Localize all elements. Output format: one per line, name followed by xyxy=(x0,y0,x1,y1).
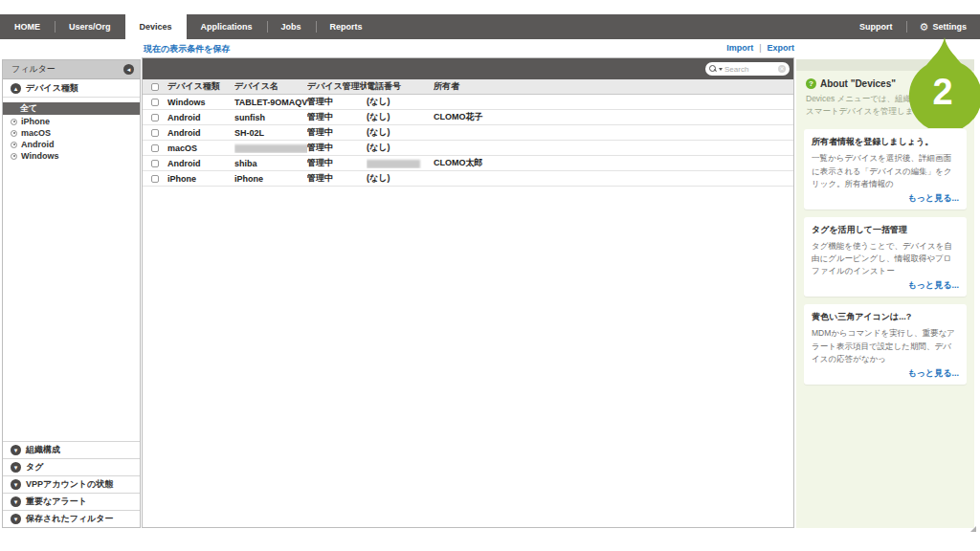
nav-tab[interactable]: HOME xyxy=(0,14,55,39)
cell-device-name: shiba xyxy=(234,159,307,168)
row-checkbox[interactable] xyxy=(151,129,159,137)
table-row[interactable]: macOS 管理中 (なし) xyxy=(143,141,793,156)
column-header-mgmt-status[interactable]: デバイス管理状態 xyxy=(307,80,367,93)
filter-section-label: 保存されたフィルター xyxy=(26,513,113,525)
collapse-sidebar-button[interactable]: ◂ xyxy=(123,64,134,75)
cell-device-name: TABLET-9OMAQVNM xyxy=(234,98,307,107)
read-more-link[interactable]: もっと見る... xyxy=(908,193,959,203)
cell-device-name: SH-02L xyxy=(234,128,307,138)
filter-section-header[interactable]: ▾ 保存されたフィルター xyxy=(3,510,140,527)
filter-section-header[interactable]: ▾ タグ xyxy=(3,458,140,475)
read-more-link[interactable]: もっと見る... xyxy=(908,280,959,290)
table-toolbar: ✕ xyxy=(143,58,793,79)
support-label: Support xyxy=(859,22,893,32)
settings-label: Settings xyxy=(932,22,967,32)
row-checkbox[interactable] xyxy=(151,144,159,152)
save-current-view-link[interactable]: 現在の表示条件を保存 xyxy=(144,43,230,55)
cell-owner: CLOMO花子 xyxy=(434,111,793,123)
chevron-down-icon: ▾ xyxy=(11,514,21,524)
table-row[interactable]: iPhone iPhone 管理中 (なし) xyxy=(143,171,793,187)
device-type-section-header[interactable]: ▴ デバイス種類 xyxy=(3,79,140,98)
help-card-title: タグを活用して一括管理 xyxy=(812,224,959,236)
help-cards: 所有者情報を登録しましょう。 一覧からデバイスを選択後、詳細画面に表示される「デ… xyxy=(796,129,974,385)
export-link[interactable]: Export xyxy=(767,43,794,53)
nav-tab[interactable]: Devices xyxy=(125,14,187,39)
device-type-item[interactable]: iPhone xyxy=(3,116,140,127)
support-link[interactable]: Support xyxy=(846,14,906,39)
cell-device-name: sunfish xyxy=(234,113,307,122)
device-type-item[interactable]: macOS xyxy=(3,127,140,139)
row-checkbox-cell xyxy=(143,129,167,137)
device-type-section-label: デバイス種類 xyxy=(26,82,78,95)
import-export: Import | Export xyxy=(726,43,794,53)
row-checkbox[interactable] xyxy=(151,99,159,106)
device-table-panel: ✕ デバイス種類 デバイス名 デバイス管理状態 電話番号 所有者 Windows… xyxy=(142,57,794,528)
select-all-checkbox[interactable] xyxy=(151,83,159,91)
cell-device-type: iPhone xyxy=(167,174,234,184)
help-card: 黄色い三角アイコンは...? MDMからコマンドを実行し、重要なアラート表示項目… xyxy=(804,304,967,385)
help-panel: ? About "Devices" Devices メニューでは、組織内で利用す… xyxy=(796,59,974,528)
filter-section-header[interactable]: ▾ 重要なアラート xyxy=(3,493,140,510)
filter-section-header[interactable]: ▾ VPPアカウントの状態 xyxy=(3,475,140,493)
search-scope-caret-icon[interactable] xyxy=(719,68,723,71)
table-header-row: デバイス種類 デバイス名 デバイス管理状態 電話番号 所有者 xyxy=(143,79,793,95)
column-header-device-type[interactable]: デバイス種類 xyxy=(167,80,234,93)
cell-phone: (なし) xyxy=(367,96,434,108)
row-checkbox[interactable] xyxy=(151,175,159,183)
row-checkbox-cell xyxy=(143,144,167,152)
help-card: タグを活用して一括管理 タグ機能を使うことで、デバイスを自由にグルーピングし、情… xyxy=(804,217,967,298)
cell-device-name: iPhone xyxy=(234,174,307,184)
radio-icon xyxy=(11,119,17,125)
filter-section-label: 重要なアラート xyxy=(26,496,87,508)
nav-tab[interactable]: Reports xyxy=(316,14,377,39)
cell-device-type: Android xyxy=(167,128,234,138)
filter-section-label: VPPアカウントの状態 xyxy=(26,478,113,491)
clear-search-icon[interactable]: ✕ xyxy=(778,65,786,73)
cell-phone: (なし) xyxy=(367,126,434,139)
collapsed-filter-sections: ▾ 組織構成 ▾ タグ ▾ VPPアカウントの状態 ▾ 重要なアラート xyxy=(3,441,140,527)
top-navbar: HOME Users/Org Devices Applications Jobs… xyxy=(0,14,980,39)
table-row[interactable]: Windows TABLET-9OMAQVNM 管理中 (なし) xyxy=(143,95,793,110)
cell-mgmt-status: 管理中 xyxy=(307,172,367,185)
row-checkbox-cell xyxy=(143,175,167,183)
device-type-label: Windows xyxy=(21,151,58,161)
help-card: 所有者情報を登録しましょう。 一覧からデバイスを選択後、詳細画面に表示される「デ… xyxy=(804,129,967,209)
column-header-owner[interactable]: 所有者 xyxy=(434,80,793,93)
device-type-item[interactable]: Android xyxy=(3,139,140,150)
chevron-down-icon: ▾ xyxy=(11,479,21,490)
read-more-link[interactable]: もっと見る... xyxy=(908,368,959,378)
chevron-down-icon: ▾ xyxy=(11,445,21,455)
nav-tab[interactable]: Users/Org xyxy=(55,14,125,39)
table-row[interactable]: Android shiba 管理中 CLOMO太郎 xyxy=(143,156,793,171)
device-type-item[interactable]: Windows xyxy=(3,150,140,162)
cell-mgmt-status: 管理中 xyxy=(307,126,367,139)
resize-grip[interactable] xyxy=(970,526,976,532)
filter-section-header[interactable]: ▾ 組織構成 xyxy=(3,441,140,458)
radio-icon xyxy=(11,142,17,148)
cell-phone: (なし) xyxy=(367,142,434,154)
device-type-item[interactable]: 全て xyxy=(3,102,140,115)
search-icon xyxy=(709,65,717,74)
column-header-device-name[interactable]: デバイス名 xyxy=(234,80,307,93)
nav-tabs: HOME Users/Org Devices Applications Jobs… xyxy=(0,14,377,39)
help-card-body: MDMからコマンドを実行し、重要なアラート表示項目で設定した期間、デバイスの応答… xyxy=(812,327,959,365)
nav-tab[interactable]: Jobs xyxy=(267,14,316,39)
nav-tab[interactable]: Applications xyxy=(187,14,267,39)
import-link[interactable]: Import xyxy=(726,43,753,53)
cell-phone: (なし) xyxy=(367,172,434,185)
cell-device-type: Android xyxy=(167,159,234,168)
row-checkbox-cell xyxy=(143,160,167,167)
table-row[interactable]: Android SH-02L 管理中 (なし) xyxy=(143,125,793,141)
row-checkbox[interactable] xyxy=(151,114,159,121)
column-header-phone[interactable]: 電話番号 xyxy=(367,80,434,93)
search-box[interactable]: ✕ xyxy=(705,62,790,76)
row-checkbox-cell xyxy=(143,114,167,121)
search-input[interactable] xyxy=(724,65,776,74)
row-checkbox[interactable] xyxy=(151,160,159,167)
cell-phone: (なし) xyxy=(367,111,434,123)
chevron-down-icon: ▾ xyxy=(11,462,21,473)
device-type-label: macOS xyxy=(21,128,51,138)
cell-device-type: Windows xyxy=(167,98,234,107)
sidebar-spacer xyxy=(3,162,140,441)
table-row[interactable]: Android sunfish 管理中 (なし) CLOMO花子 xyxy=(143,110,793,125)
